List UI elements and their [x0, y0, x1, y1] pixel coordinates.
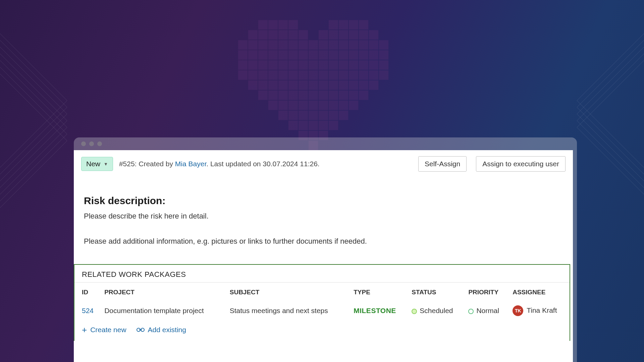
cell-subject: Status meetings and next steps	[226, 301, 350, 321]
create-new-label: Create new	[90, 326, 126, 334]
work-package-id-link[interactable]: 524	[82, 307, 94, 314]
cell-status: Scheduled	[420, 307, 453, 314]
work-package-meta: #525: Created by Mia Bayer. Last updated…	[119, 160, 412, 168]
status-label: New	[86, 160, 100, 168]
table-row[interactable]: 524 Documentation template project Statu…	[74, 301, 570, 321]
create-new-button[interactable]: + Create new	[82, 325, 126, 334]
add-existing-button[interactable]: Add existing	[137, 325, 186, 334]
col-subject[interactable]: SUBJECT	[226, 283, 350, 301]
assign-executing-user-button[interactable]: Assign to executing user	[476, 156, 566, 172]
status-dot-icon	[412, 309, 417, 314]
add-existing-label: Add existing	[148, 326, 186, 334]
col-id[interactable]: ID	[74, 283, 101, 301]
self-assign-button[interactable]: Self-Assign	[418, 156, 467, 172]
cell-priority: Normal	[476, 307, 499, 314]
description-line1: Please describe the risk here in detail.	[84, 210, 563, 222]
window-titlebar	[74, 137, 577, 150]
related-actions: + Create new Add existing	[74, 321, 570, 341]
meta-prefix: #525: Created by	[119, 160, 175, 168]
type-badge: MILESTONE	[354, 307, 396, 314]
table-header-row: ID PROJECT SUBJECT TYPE STATUS PRIORITY …	[74, 283, 570, 301]
related-work-packages-panel: RELATED WORK PACKAGES ID PROJECT SUBJECT…	[74, 264, 570, 341]
window-minimize-icon[interactable]	[89, 141, 94, 146]
link-icon	[137, 327, 145, 332]
window-close-icon[interactable]	[81, 141, 86, 146]
meta-suffix: . Last updated on 30.07.2024 11:26.	[206, 160, 319, 168]
author-link[interactable]: Mia Bayer	[175, 160, 206, 168]
priority-dot-icon	[468, 309, 474, 314]
work-package-header: New ▼ #525: Created by Mia Bayer. Last u…	[74, 150, 573, 175]
col-assignee[interactable]: ASSIGNEE	[509, 283, 570, 301]
description-section: Risk description: Please describe the ri…	[74, 175, 573, 257]
related-work-packages-table: ID PROJECT SUBJECT TYPE STATUS PRIORITY …	[74, 283, 570, 321]
cell-assignee: Tina Kraft	[527, 306, 557, 314]
chevron-down-icon: ▼	[104, 162, 108, 167]
app-window: New ▼ #525: Created by Mia Bayer. Last u…	[74, 137, 577, 362]
col-project[interactable]: PROJECT	[101, 283, 226, 301]
cell-project: Documentation template project	[101, 301, 226, 321]
description-heading: Risk description:	[84, 195, 563, 206]
window-maximize-icon[interactable]	[97, 141, 102, 146]
background-logo	[238, 20, 406, 154]
col-type[interactable]: TYPE	[350, 283, 408, 301]
plus-icon: +	[82, 325, 87, 334]
col-priority[interactable]: PRIORITY	[465, 283, 509, 301]
avatar[interactable]: TK	[513, 305, 523, 316]
col-status[interactable]: STATUS	[408, 283, 465, 301]
related-title: RELATED WORK PACKAGES	[74, 265, 570, 283]
status-dropdown[interactable]: New ▼	[81, 157, 113, 171]
description-line2: Please add additional information, e.g. …	[84, 235, 563, 247]
app-content: New ▼ #525: Created by Mia Bayer. Last u…	[74, 150, 573, 362]
